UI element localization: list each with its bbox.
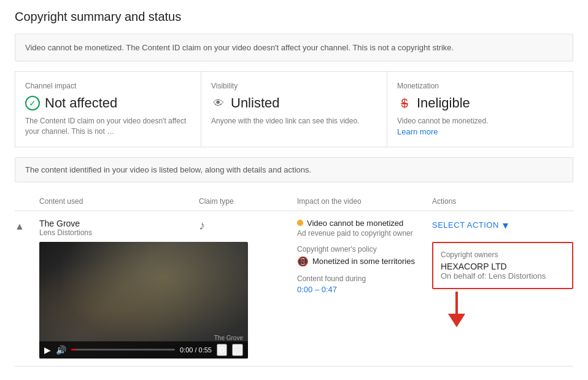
impact-status-text: Video cannot be monetized	[307, 219, 403, 228]
dollar-off-icon: $	[397, 96, 412, 111]
visibility-card: Visibility 👁 Unlisted Anyone with the vi…	[201, 72, 387, 147]
fullscreen-button[interactable]: ⛶	[232, 344, 243, 356]
policy-row: 📵 Monetized in some territories	[297, 256, 432, 267]
impact-section: Channel impact ✓ Not affected The Conten…	[15, 71, 573, 147]
svg-marker-1	[448, 314, 465, 327]
video-label: The Grove	[214, 335, 243, 341]
table-row: ▲ The Grove Lens Distortions The Grove ▶…	[15, 211, 573, 366]
col-expand	[15, 197, 39, 206]
copyright-company: HEXACORP LTD	[441, 262, 565, 271]
page-container: Copyright summary and status Video canno…	[0, 0, 588, 376]
video-controls: ▶ 🔊 0:00 / 0:55 ⚙ ⛶	[39, 341, 248, 359]
arrow-svg	[444, 292, 469, 328]
check-circle-icon: ✓	[25, 96, 40, 111]
eye-icon: 👁	[211, 96, 226, 111]
claim-type-cell: ♪	[199, 219, 297, 233]
content-title: The Grove	[39, 219, 199, 228]
dropdown-arrow-icon: ▾	[503, 219, 509, 232]
monetization-title: $ Ineligible	[397, 95, 563, 111]
channel-impact-title: ✓ Not affected	[25, 95, 191, 111]
copyright-behalf: On behalf of: Lens Distortions	[441, 271, 565, 281]
col-impact: Impact on the video	[297, 197, 432, 206]
actions-cell: SELECT ACTION ▾ Copyright owners HEXACOR…	[432, 219, 573, 328]
impact-sub-text: Ad revenue paid to copyright owner	[297, 229, 432, 238]
monetization-card: Monetization $ Ineligible Video cannot b…	[387, 72, 573, 147]
music-note-icon: ♪	[199, 217, 205, 232]
content-found-link[interactable]: 0:00 – 0:47	[297, 285, 337, 294]
expand-chevron[interactable]: ▲	[15, 219, 39, 232]
learn-more-link[interactable]: Learn more	[397, 127, 438, 136]
monetization-label: Monetization	[397, 82, 563, 90]
time-display: 0:00 / 0:55	[180, 346, 212, 354]
visibility-label: Visibility	[211, 82, 377, 90]
impact-status-row: Video cannot be monetized	[297, 219, 432, 228]
col-content: Content used	[39, 197, 199, 206]
policy-label: Copyright owner's policy	[297, 245, 432, 254]
play-button[interactable]: ▶	[44, 345, 51, 355]
info-banner: Video cannot be monetized. The Content I…	[15, 34, 573, 61]
signal-off-icon: 📵	[297, 256, 309, 267]
table-header: Content used Claim type Impact on the vi…	[15, 192, 573, 211]
channel-impact-label: Channel impact	[25, 82, 191, 90]
copyright-owners-label: Copyright owners	[441, 250, 565, 259]
settings-button[interactable]: ⚙	[217, 344, 227, 356]
select-action-button[interactable]: SELECT ACTION ▾	[432, 219, 508, 232]
visibility-desc: Anyone with the video link can see this …	[211, 116, 377, 126]
content-used-cell: The Grove Lens Distortions The Grove ▶ 🔊…	[39, 219, 199, 359]
orange-dot-icon	[297, 220, 303, 226]
policy-text: Monetized in some territories	[312, 257, 415, 266]
col-claim: Claim type	[199, 197, 297, 206]
visibility-title: 👁 Unlisted	[211, 95, 377, 111]
content-subtitle: Lens Distortions	[39, 228, 199, 237]
page-title: Copyright summary and status	[15, 10, 573, 24]
impact-cell: Video cannot be monetized Ad revenue pai…	[297, 219, 432, 294]
content-banner: The content identified in your video is …	[15, 157, 573, 182]
progress-bar[interactable]	[71, 349, 175, 351]
channel-impact-card: Channel impact ✓ Not affected The Conten…	[15, 72, 201, 147]
channel-impact-desc: The Content ID claim on your video doesn…	[25, 116, 191, 137]
copyright-box: Copyright owners HEXACORP LTD On behalf …	[432, 242, 573, 289]
content-found-label: Content found during	[297, 274, 432, 283]
monetization-desc: Video cannot be monetized.	[397, 116, 563, 126]
red-arrow-indicator	[432, 292, 573, 328]
video-preview: The Grove ▶ 🔊 0:00 / 0:55 ⚙ ⛶	[39, 242, 248, 359]
mute-button[interactable]: 🔊	[56, 345, 66, 355]
progress-fill	[71, 349, 75, 351]
col-actions: Actions	[432, 197, 573, 206]
